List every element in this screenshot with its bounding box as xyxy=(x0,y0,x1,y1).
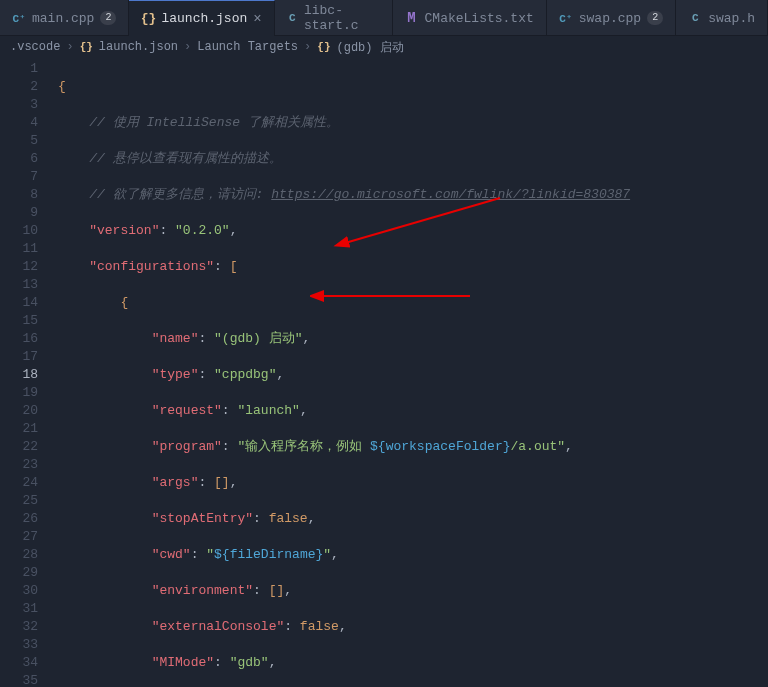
cpp-icon: C⁺ xyxy=(559,11,573,25)
chevron-right-icon: › xyxy=(66,40,73,54)
chevron-right-icon: › xyxy=(184,40,191,54)
cmake-icon: M xyxy=(405,11,419,25)
tab-label: swap.h xyxy=(708,11,755,26)
breadcrumb-item[interactable]: (gdb) 启动 xyxy=(336,39,403,56)
editor[interactable]: 1234 5678 9101112 13141516 17181920 2122… xyxy=(0,58,768,687)
tab-label: swap.cpp xyxy=(579,11,641,26)
c-icon: C xyxy=(688,11,702,25)
chevron-right-icon: › xyxy=(304,40,311,54)
tab-label: launch.json xyxy=(161,11,247,26)
breadcrumb-item[interactable]: launch.json xyxy=(99,40,178,54)
tab-main-cpp[interactable]: C⁺ main.cpp 2 xyxy=(0,0,129,36)
tab-libc-start[interactable]: C libc-start.c xyxy=(275,0,393,36)
tab-swap-cpp[interactable]: C⁺ swap.cpp 2 xyxy=(547,0,676,36)
tab-launch-json[interactable]: {} launch.json × xyxy=(129,0,274,36)
json-icon: {} xyxy=(317,41,330,53)
tab-label: libc-start.c xyxy=(304,3,380,33)
json-icon: {} xyxy=(141,12,155,26)
json-icon: {} xyxy=(80,41,93,53)
tab-badge: 2 xyxy=(100,11,116,25)
breadcrumb-item[interactable]: .vscode xyxy=(10,40,60,54)
breadcrumb-item[interactable]: Launch Targets xyxy=(197,40,298,54)
breadcrumb[interactable]: .vscode › {} launch.json › Launch Target… xyxy=(0,36,768,58)
close-icon[interactable]: × xyxy=(253,11,261,27)
tab-badge: 2 xyxy=(647,11,663,25)
tab-swap-h[interactable]: C swap.h xyxy=(676,0,768,36)
cpp-icon: C⁺ xyxy=(12,11,26,25)
line-number-gutter: 1234 5678 9101112 13141516 17181920 2122… xyxy=(0,58,50,687)
tab-label: CMakeLists.txt xyxy=(425,11,534,26)
c-icon: C xyxy=(287,11,298,25)
tab-label: main.cpp xyxy=(32,11,94,26)
tab-cmakelists[interactable]: M CMakeLists.txt xyxy=(393,0,547,36)
tab-bar: C⁺ main.cpp 2 {} launch.json × C libc-st… xyxy=(0,0,768,36)
code-area[interactable]: { // 使用 IntelliSense 了解相关属性。 // 悬停以查看现有属… xyxy=(50,58,768,687)
